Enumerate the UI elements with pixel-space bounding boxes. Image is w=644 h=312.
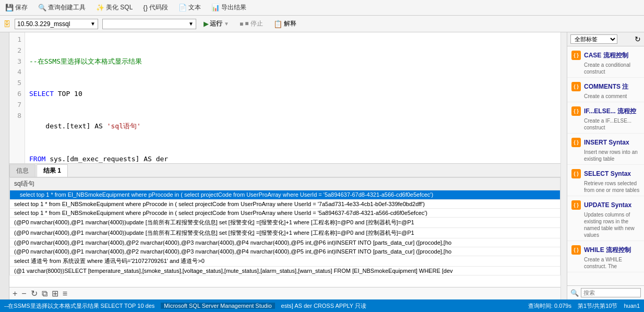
snippet-name: SELECT Syntax	[584, 170, 631, 177]
sql-line-1: --在SSMS里选择以文本格式显示结果	[29, 56, 556, 67]
table-cell-text: (@P0 nvarchar(4000),@P1 nvarchar(4000),@…	[14, 248, 451, 255]
results-copy-button[interactable]: ⧉	[42, 289, 47, 298]
snippet-item[interactable]: { }UPDATE SyntaxUpdates columns of exist…	[567, 196, 644, 241]
snippet-icon: { }	[571, 138, 581, 147]
results-content: sql语句 ▶ select top 1 * from EI_NBSmokeEq…	[9, 177, 560, 299]
results-refresh-button[interactable]: ↻	[31, 289, 38, 298]
schema-dropdown-icon: ▼	[188, 21, 194, 27]
table-cell-text: (@1 varchar(8000))SELECT [temperature_st…	[14, 268, 453, 274]
snippets-list: { }CASE 流程控制Create a conditional constru…	[567, 46, 644, 285]
right-panel: 全部标签 ↻ { }CASE 流程控制Create a conditional …	[567, 32, 644, 299]
col-header-sql: sql语句	[10, 178, 560, 190]
snippet-name: IF...ELSE... 流程控	[584, 107, 636, 116]
table-cell-text: select top 1 * from EI_NBSmokeEquipment …	[20, 191, 433, 198]
table-row[interactable]: select top 1 * from EI_NBSmokeEquipment …	[10, 209, 560, 218]
stop-icon: ■	[240, 20, 243, 28]
snippet-desc: Create a WHILE construct. The	[571, 256, 640, 270]
status-user-info: huan1	[624, 303, 640, 309]
table-row[interactable]: (@P0 nvarchar(4000),@P1 nvarchar(4000),@…	[10, 247, 560, 256]
table-cell-text: select 通道号 from 系统设置 where 通讯号码='2107270…	[14, 258, 205, 264]
results-grid-button[interactable]: ⊞	[52, 289, 58, 298]
snippet-item[interactable]: { }CASE 流程控制Create a conditional constru…	[567, 46, 644, 78]
code-icon: {}	[143, 4, 148, 11]
tab-results[interactable]: 结果 1	[37, 164, 68, 177]
beautify-button[interactable]: ✨ 美化 SQL	[94, 2, 135, 13]
table-row[interactable]: select 通道号 from 系统设置 where 通讯号码='2107270…	[10, 256, 560, 267]
table-cell-text: (@P0 nvarchar(4000),@P1 nvarchar(4000),@…	[14, 239, 451, 246]
results-bottom-bar: + − ↻ ⧉ ⊞ ≡	[9, 287, 560, 299]
snippet-desc: Create a conditional construct	[571, 62, 640, 75]
status-query-time: 查询时间: 0.079s	[528, 302, 571, 310]
status-app-name: Microsoft SQL Server Management Studio	[161, 303, 275, 309]
save-button[interactable]: 💾 保存	[3, 2, 30, 13]
snippet-icon: { }	[571, 245, 581, 255]
results-scrollable[interactable]: sql语句 ▶ select top 1 * from EI_NBSmokeEq…	[9, 177, 560, 287]
code-segment-button[interactable]: {} 代码段	[141, 2, 170, 13]
text-icon: 📄	[178, 4, 187, 11]
snippet-icon: { }	[571, 200, 581, 210]
export-button[interactable]: 📊 导出结果	[209, 2, 248, 13]
schema-selector[interactable]: ▼	[102, 19, 196, 29]
snippet-item[interactable]: { }IF...ELSE... 流程控Create a IF...ELSE...…	[567, 102, 644, 134]
results-panel: 信息 结果 1 sql语句 ▶ select top 1 * f	[9, 164, 560, 299]
results-table: sql语句 ▶ select top 1 * from EI_NBSmokeEq…	[9, 177, 560, 275]
stop-button[interactable]: ■ ■ 停止	[236, 18, 266, 29]
results-tabs: 信息 结果 1	[9, 164, 560, 177]
snippet-name: INSERT Syntax	[584, 139, 629, 146]
run-button[interactable]: ▶ 运行 ▼	[200, 18, 232, 29]
snippet-desc: Create a IF...ELSE... construct	[571, 117, 640, 131]
search-input[interactable]	[581, 288, 641, 297]
sql-content[interactable]: --在SSMS里选择以文本格式显示结果 SELECT TOP 10 dest.[…	[25, 32, 560, 163]
run-dropdown-icon: ▼	[224, 21, 229, 27]
snippet-item[interactable]: { }WHILE 流程控制Create a WHILE construct. T…	[567, 241, 644, 272]
search-box: 🔍	[567, 285, 644, 299]
snippet-icon: { }	[571, 51, 581, 60]
db-dropdown-icon: ▼	[90, 21, 96, 27]
table-row[interactable]: select top 1 * from EI_NBSmokeEquipment …	[10, 200, 560, 209]
snippet-item[interactable]: { }COMMENTS 注Create a comment	[567, 78, 644, 102]
snippet-item[interactable]: { }INSERT SyntaxInsert new rows into an …	[567, 134, 644, 165]
tab-info[interactable]: 信息	[9, 164, 35, 177]
snippet-name: UPDATE Syntax	[584, 201, 631, 209]
explain-icon: 📋	[273, 20, 282, 28]
run-icon: ▶	[204, 20, 208, 28]
results-minus-button[interactable]: −	[21, 289, 26, 298]
query-tool-button[interactable]: 🔍 查询创建工具	[36, 2, 88, 13]
snippet-name: COMMENTS 注	[584, 82, 628, 91]
table-row[interactable]: (@P0 nvarchar(4000),@P1 nvarchar(4000))u…	[10, 218, 560, 228]
left-panel	[0, 32, 9, 299]
sql-line-2: SELECT TOP 10	[29, 89, 556, 100]
results-list-button[interactable]: ≡	[63, 289, 67, 298]
snippet-icon: { }	[571, 82, 581, 91]
table-cell-text: (@P0 nvarchar(4000),@P1 nvarchar(4000))u…	[14, 230, 414, 236]
secondary-toolbar: 🗄 10.50.3.229_mssql ▼ ▼ ▶ 运行 ▼ ■ ■ 停止 📋 …	[0, 16, 644, 32]
beautify-icon: ✨	[96, 4, 104, 11]
text-button[interactable]: 📄 文本	[176, 2, 203, 13]
explain-button[interactable]: 📋 解释	[270, 18, 300, 29]
table-row[interactable]: (@P0 nvarchar(4000),@P1 nvarchar(4000),@…	[10, 238, 560, 247]
results-prev-button[interactable]: +	[13, 289, 17, 298]
sql-line-3: dest.[text] AS 'sql语句'	[29, 121, 556, 132]
status-page-info: 第1节/共第10节	[578, 302, 617, 310]
status-bar: --在SSMS里选择以文本格式显示结果 SELECT TOP 10 des Mi…	[0, 299, 644, 312]
sql-editor[interactable]: 1234 5678 --在SSMS里选择以文本格式显示结果 SELECT TOP…	[9, 32, 560, 164]
snippet-icon: { }	[571, 169, 581, 178]
table-cell-text: select top 1 * from EI_NBSmokeEquipment …	[14, 210, 427, 216]
main-scrollbar[interactable]	[560, 32, 567, 299]
table-cell-text: select top 1 * from EI_NBSmokeEquipment …	[14, 201, 425, 207]
snippet-desc: Retrieve rows selected from one or more …	[571, 180, 640, 194]
snippet-item[interactable]: { }SELECT SyntaxRetrieve rows selected f…	[567, 165, 644, 196]
table-row[interactable]: (@P0 nvarchar(4000),@P1 nvarchar(4000))u…	[10, 228, 560, 238]
snippet-desc: Updates columns of existing rows in the …	[571, 211, 640, 238]
table-row[interactable]: (@1 varchar(8000))SELECT [temperature_st…	[10, 267, 560, 275]
status-sql-text: --在SSMS里选择以文本格式显示结果 SELECT TOP 10 des	[4, 302, 154, 310]
tag-selector[interactable]: 全部标签	[570, 34, 617, 44]
refresh-icon[interactable]: ↻	[635, 35, 641, 43]
save-icon: 💾	[5, 4, 14, 11]
export-icon: 📊	[211, 4, 220, 11]
table-row[interactable]: ▶ select top 1 * from EI_NBSmokeEquipmen…	[10, 190, 560, 200]
line-numbers: 1234 5678	[9, 32, 25, 163]
db-selector[interactable]: 10.50.3.229_mssql ▼	[15, 19, 98, 29]
table-cell-text: (@P0 nvarchar(4000),@P1 nvarchar(4000))u…	[14, 219, 414, 225]
right-panel-header: 全部标签 ↻	[567, 32, 644, 46]
